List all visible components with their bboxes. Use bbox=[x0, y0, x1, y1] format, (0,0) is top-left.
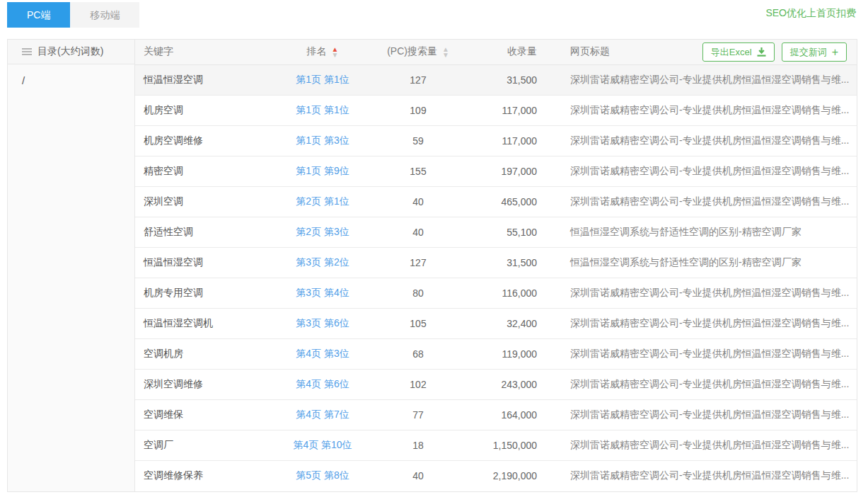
sidebar-item-root[interactable]: / bbox=[8, 64, 134, 86]
keyword-cell: 空调机房 bbox=[135, 338, 287, 369]
page-title-cell: 深圳雷诺威精密空调公司-专业提供机房恒温恒湿空调销售与维... bbox=[549, 399, 857, 430]
page-title-cell: 深圳雷诺威精密空调公司-专业提供机房恒温恒湿空调销售与维... bbox=[549, 430, 857, 460]
index-volume-cell: 117,000 bbox=[478, 125, 549, 156]
rank-cell: 第2页 第3位 bbox=[287, 217, 358, 247]
index-volume-cell: 1,150,000 bbox=[478, 430, 549, 460]
table-actions: 导出Excel 提交新词 + bbox=[702, 42, 847, 62]
keyword-row: 空调维修保养 第5页 第8位 40 2,190,000 深圳雷诺威精密空调公司-… bbox=[135, 460, 857, 491]
rank-link[interactable]: 第4页 第6位 bbox=[296, 378, 349, 389]
keyword-row: 深圳空调 第2页 第1位 40 465,000 深圳雷诺威精密空调公司-专业提供… bbox=[135, 186, 857, 217]
index-volume-cell: 164,000 bbox=[478, 399, 549, 430]
keyword-table-area: 关键字 排名▲▼ (PC)搜索量▲▼ 收录量 网页标题 导出Excel bbox=[135, 40, 857, 491]
col-header-index-volume: 收录量 bbox=[478, 40, 549, 64]
directory-sidebar: 目录(大约词数) / bbox=[8, 40, 135, 491]
keyword-table: 关键字 排名▲▼ (PC)搜索量▲▼ 收录量 网页标题 导出Excel bbox=[135, 40, 857, 491]
rank-cell: 第1页 第9位 bbox=[287, 156, 358, 186]
rank-link[interactable]: 第1页 第1位 bbox=[296, 74, 349, 85]
page-title-cell: 深圳雷诺威精密空调公司-专业提供机房恒温恒湿空调销售与维... bbox=[549, 95, 857, 125]
page-title-cell: 深圳雷诺威精密空调公司-专业提供机房恒温恒湿空调销售与维... bbox=[549, 125, 857, 156]
rank-link[interactable]: 第3页 第2位 bbox=[296, 256, 349, 268]
rank-cell: 第5页 第8位 bbox=[287, 460, 358, 491]
col-header-page-title: 网页标题 导出Excel 提交新词 + bbox=[549, 40, 857, 64]
rank-link[interactable]: 第3页 第4位 bbox=[296, 287, 349, 298]
keyword-cell: 深圳空调维修 bbox=[135, 369, 287, 399]
keyword-row: 空调机房 第4页 第3位 68 119,000 深圳雷诺威精密空调公司-专业提供… bbox=[135, 338, 857, 369]
index-volume-cell: 116,000 bbox=[478, 278, 549, 308]
page-title-cell: 深圳雷诺威精密空调公司-专业提供机房恒温恒湿空调销售与维... bbox=[549, 338, 857, 369]
col-header-search-label: (PC)搜索量 bbox=[387, 45, 437, 57]
index-volume-cell: 31,500 bbox=[478, 64, 549, 95]
keyword-row: 恒温恒湿空调机 第3页 第6位 105 32,400 深圳雷诺威精密空调公司-专… bbox=[135, 308, 857, 338]
rank-link[interactable]: 第2页 第1位 bbox=[296, 195, 349, 207]
rank-link[interactable]: 第4页 第7位 bbox=[296, 409, 349, 420]
rank-link[interactable]: 第3页 第6位 bbox=[296, 317, 349, 329]
plus-icon: + bbox=[832, 47, 838, 58]
rank-cell: 第2页 第1位 bbox=[287, 186, 358, 217]
download-icon bbox=[757, 47, 766, 57]
page-title-cell: 深圳雷诺威精密空调公司-专业提供机房恒温恒湿空调销售与维... bbox=[549, 186, 857, 217]
page-title-cell: 深圳雷诺威精密空调公司-专业提供机房恒温恒湿空调销售与维... bbox=[549, 460, 857, 491]
keyword-row: 恒温恒湿空调 第1页 第1位 127 31,500 深圳雷诺威精密空调公司-专业… bbox=[135, 64, 857, 95]
rank-link[interactable]: 第2页 第3位 bbox=[296, 226, 349, 237]
rank-cell: 第1页 第1位 bbox=[287, 95, 358, 125]
keyword-cell: 空调厂 bbox=[135, 430, 287, 460]
rank-cell: 第3页 第6位 bbox=[287, 308, 358, 338]
search-volume-cell: 155 bbox=[358, 156, 478, 186]
index-volume-cell: 465,000 bbox=[478, 186, 549, 217]
submit-new-keyword-button[interactable]: 提交新词 + bbox=[782, 42, 847, 62]
page-title-cell: 恒温恒湿空调系统与舒适性空调的区别-精密空调厂家 bbox=[549, 217, 857, 247]
sidebar-header: 目录(大约词数) bbox=[8, 40, 134, 64]
tab-bar: PC端 移动端 SEO优化上首页扣费 bbox=[7, 2, 861, 28]
seo-billing-link[interactable]: SEO优化上首页扣费 bbox=[765, 2, 856, 28]
rank-link[interactable]: 第5页 第8位 bbox=[296, 469, 349, 481]
keyword-cell: 恒温恒湿空调机 bbox=[135, 308, 287, 338]
col-header-rank: 排名▲▼ bbox=[287, 40, 358, 64]
rank-link[interactable]: 第1页 第3位 bbox=[296, 135, 349, 146]
rank-link[interactable]: 第1页 第1位 bbox=[296, 104, 349, 115]
keyword-cell: 机房空调维修 bbox=[135, 125, 287, 156]
table-header-row: 关键字 排名▲▼ (PC)搜索量▲▼ 收录量 网页标题 导出Excel bbox=[135, 40, 857, 64]
rank-cell: 第4页 第3位 bbox=[287, 338, 358, 369]
col-header-title-label: 网页标题 bbox=[570, 45, 610, 57]
rank-cell: 第4页 第10位 bbox=[287, 430, 358, 460]
tab-pc[interactable]: PC端 bbox=[7, 2, 70, 28]
search-volume-cell: 102 bbox=[358, 369, 478, 399]
export-excel-label: 导出Excel bbox=[711, 46, 752, 59]
sort-desc-icon[interactable]: ▼ bbox=[442, 52, 449, 58]
rank-cell: 第4页 第7位 bbox=[287, 399, 358, 430]
rank-link[interactable]: 第4页 第3位 bbox=[296, 348, 349, 359]
page-title-cell: 深圳雷诺威精密空调公司-专业提供机房恒温恒湿空调销售与维... bbox=[549, 64, 857, 95]
rank-link[interactable]: 第4页 第10位 bbox=[293, 439, 352, 450]
sort-desc-icon[interactable]: ▼ bbox=[332, 52, 339, 58]
search-volume-cell: 80 bbox=[358, 278, 478, 308]
tab-mobile[interactable]: 移动端 bbox=[70, 2, 139, 28]
export-excel-button[interactable]: 导出Excel bbox=[702, 42, 775, 62]
keyword-row: 深圳空调维修 第4页 第6位 102 243,000 深圳雷诺威精密空调公司-专… bbox=[135, 369, 857, 399]
page-title-cell: 深圳雷诺威精密空调公司-专业提供机房恒温恒湿空调销售与维... bbox=[549, 156, 857, 186]
index-volume-cell: 31,500 bbox=[478, 247, 549, 278]
search-volume-cell: 109 bbox=[358, 95, 478, 125]
page-title-cell: 深圳雷诺威精密空调公司-专业提供机房恒温恒湿空调销售与维... bbox=[549, 369, 857, 399]
keyword-row: 空调厂 第4页 第10位 18 1,150,000 深圳雷诺威精密空调公司-专业… bbox=[135, 430, 857, 460]
main-panel: 目录(大约词数) / 关键字 排名▲▼ (PC)搜索量▲▼ 收录量 bbox=[7, 39, 857, 492]
keyword-cell: 空调维保 bbox=[135, 399, 287, 430]
rank-cell: 第3页 第2位 bbox=[287, 247, 358, 278]
rank-sort-control[interactable]: ▲▼ bbox=[332, 47, 339, 58]
keyword-row: 机房空调 第1页 第1位 109 117,000 深圳雷诺威精密空调公司-专业提… bbox=[135, 95, 857, 125]
rank-link[interactable]: 第1页 第9位 bbox=[296, 165, 349, 176]
table-body: 恒温恒湿空调 第1页 第1位 127 31,500 深圳雷诺威精密空调公司-专业… bbox=[135, 64, 857, 491]
keyword-cell: 恒温恒湿空调 bbox=[135, 64, 287, 95]
rank-cell: 第1页 第1位 bbox=[287, 64, 358, 95]
index-volume-cell: 119,000 bbox=[478, 338, 549, 369]
index-volume-cell: 117,000 bbox=[478, 95, 549, 125]
search-volume-cell: 105 bbox=[358, 308, 478, 338]
keyword-cell: 深圳空调 bbox=[135, 186, 287, 217]
keyword-row: 机房专用空调 第3页 第4位 80 116,000 深圳雷诺威精密空调公司-专业… bbox=[135, 278, 857, 308]
keyword-cell: 空调维修保养 bbox=[135, 460, 287, 491]
search-volume-cell: 127 bbox=[358, 247, 478, 278]
index-volume-cell: 32,400 bbox=[478, 308, 549, 338]
list-icon bbox=[22, 47, 32, 57]
keyword-row: 恒温恒湿空调 第3页 第2位 127 31,500 恒温恒湿空调系统与舒适性空调… bbox=[135, 247, 857, 278]
keyword-row: 精密空调 第1页 第9位 155 197,000 深圳雷诺威精密空调公司-专业提… bbox=[135, 156, 857, 186]
search-sort-control[interactable]: ▲▼ bbox=[442, 47, 449, 58]
